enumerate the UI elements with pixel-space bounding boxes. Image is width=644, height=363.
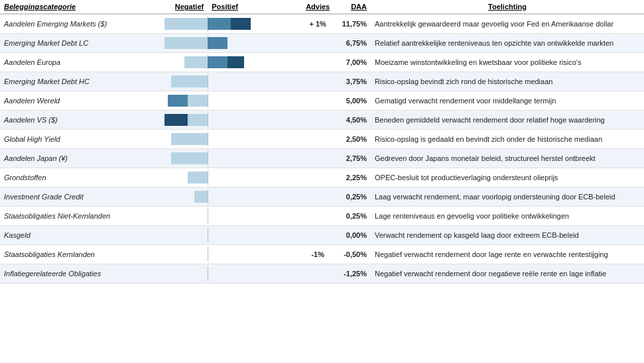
cell-category: Aandelen Europa (0, 53, 114, 72)
cell-toelichting: Relatief aantrekkelijke renteniveaus ten… (371, 34, 644, 53)
data-table: Beleggingscategorie Negatief Positief Ad… (0, 0, 644, 284)
cell-toelichting: Aantrekkelijk gewaardeerd maar gevoelig … (371, 14, 644, 34)
cell-advies (301, 168, 334, 187)
cell-bars (114, 168, 301, 187)
cell-category: Inflatiegerelateerde Obligaties (0, 264, 114, 284)
table-row: Aandelen VS ($)4,50%Beneden gemiddeld ve… (0, 111, 644, 130)
cell-category: Aandelen Japan (¥) (0, 149, 114, 168)
bar-segment (188, 172, 208, 183)
cell-bars (114, 149, 301, 168)
cell-bars (114, 34, 301, 53)
cell-category: Staatsobligaties Niet-Kernlanden (0, 207, 114, 226)
cell-category: Investment Grade Credit (0, 187, 114, 207)
bar-center-line (208, 189, 208, 204)
bar-center-line (208, 151, 208, 166)
bar-center-line (208, 209, 208, 223)
bar-segment (191, 152, 208, 164)
header-daa: DAA (334, 0, 371, 14)
bar-segment (164, 37, 188, 49)
bar-center-line (208, 228, 208, 242)
cell-advies (301, 187, 334, 207)
bar-center-line (208, 266, 208, 281)
header-advies: Advies (301, 0, 334, 14)
cell-daa: 3,75% (334, 72, 371, 91)
cell-daa: -0,50% (334, 245, 371, 264)
cell-daa: 0,25% (334, 207, 371, 226)
table-row: Grondstoffen2,25%OPEC-besluit tot produc… (0, 168, 644, 187)
cell-advies (301, 111, 334, 130)
cell-bars (114, 245, 301, 264)
cell-toelichting: Gematigd verwacht rendement voor middell… (371, 91, 644, 111)
cell-advies (301, 34, 334, 53)
bar-center-line (208, 170, 208, 185)
table-row: Kasgeld0,00%Verwacht rendement op kasgel… (0, 226, 644, 245)
cell-bars (114, 72, 301, 91)
header-bars: Negatief Positief (114, 0, 301, 14)
cell-advies (301, 207, 334, 226)
cell-daa: 11,75% (334, 14, 371, 34)
bar-segment (208, 37, 227, 49)
bar-center-line (208, 113, 208, 127)
cell-advies: -1% (301, 245, 334, 264)
cell-toelichting: Beneden gemiddeld verwacht rendement doo… (371, 111, 644, 130)
main-container: Beleggingscategorie Negatief Positief Ad… (0, 0, 644, 284)
cell-daa: 2,75% (334, 149, 371, 168)
cell-category: Emerging Market Debt HC (0, 72, 114, 91)
cell-category: Aandelen VS ($) (0, 111, 114, 130)
table-header-row: Beleggingscategorie Negatief Positief Ad… (0, 0, 644, 14)
table-row: Investment Grade Credit0,25%Laag verwach… (0, 187, 644, 207)
cell-advies (301, 130, 334, 149)
header-positief: Positief (208, 3, 297, 11)
cell-category: Aandelen Emerging Markets ($) (0, 14, 114, 34)
bar-segment (231, 18, 251, 30)
cell-daa: 4,50% (334, 111, 371, 130)
cell-daa: 5,00% (334, 91, 371, 111)
cell-bars (114, 226, 301, 245)
cell-toelichting: Gedreven door Japans monetair beleid, st… (371, 149, 644, 168)
bar-center-line (208, 132, 208, 146)
bar-segment (208, 56, 227, 68)
cell-toelichting: Laag verwacht rendement, maar voorlopig … (371, 187, 644, 207)
bar-segment (171, 152, 191, 164)
cell-advies (301, 264, 334, 284)
bar-segment (164, 18, 188, 30)
table-row: Aandelen Europa7,00%Moeizame winstontwik… (0, 53, 644, 72)
cell-bars (114, 264, 301, 284)
bar-segment (188, 18, 208, 30)
bar-segment (188, 114, 208, 126)
table-row: Global High Yield2,50%Risico-opslag is g… (0, 130, 644, 149)
table-row: Emerging Market Debt HC3,75%Risico-opsla… (0, 72, 644, 91)
bar-segment (171, 76, 208, 87)
cell-category: Aandelen Wereld (0, 91, 114, 111)
cell-advies (301, 53, 334, 72)
cell-toelichting: Lage renteniveaus en gevoelig voor polit… (371, 207, 644, 226)
header-negatief: Negatief (118, 3, 208, 11)
cell-advies (301, 226, 334, 245)
bar-segment (188, 133, 208, 145)
cell-toelichting: Moeizame winstontwikkeling en kwetsbaar … (371, 53, 644, 72)
cell-toelichting: Negatief verwacht rendement door lage re… (371, 245, 644, 264)
cell-toelichting: Verwacht rendement op kasgeld laag door … (371, 226, 644, 245)
cell-toelichting: Negatief verwacht rendement door negatie… (371, 264, 644, 284)
cell-bars (114, 14, 301, 34)
cell-advies (301, 149, 334, 168)
cell-bars (114, 187, 301, 207)
bar-segment (188, 95, 208, 107)
bar-center-line (208, 93, 208, 108)
cell-daa: 6,75% (334, 34, 371, 53)
cell-daa: 2,50% (334, 130, 371, 149)
bar-segment (184, 56, 208, 68)
cell-category: Emerging Market Debt LC (0, 34, 114, 53)
cell-daa: -1,25% (334, 264, 371, 284)
table-row: Staatsobligaties Niet-Kernlanden0,25%Lag… (0, 207, 644, 226)
table-row: Aandelen Japan (¥)2,75%Gedreven door Jap… (0, 149, 644, 168)
cell-toelichting: Risico-opslag bevindt zich rond de histo… (371, 72, 644, 91)
bar-segment (188, 37, 208, 49)
bar-segment (168, 95, 188, 107)
cell-category: Grondstoffen (0, 168, 114, 187)
bar-segment (227, 56, 244, 68)
cell-category: Staatsobligaties Kernlanden (0, 245, 114, 264)
cell-advies (301, 72, 334, 91)
bar-segment (171, 133, 188, 145)
bar-segment (208, 18, 231, 30)
